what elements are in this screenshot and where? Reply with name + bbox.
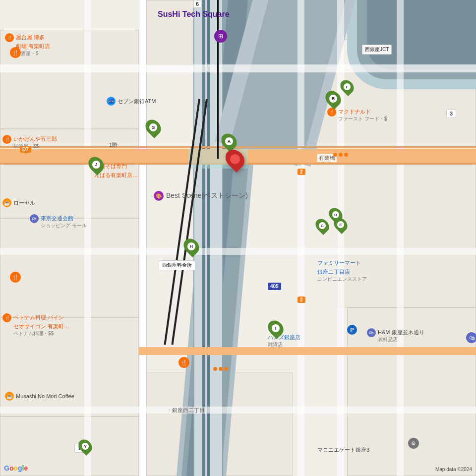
parking-icon: P: [347, 325, 357, 335]
mcdonalds-sub-label: ファースト フード・$: [338, 116, 387, 122]
fork-icon-left-middle: 🍴: [10, 272, 21, 283]
vietnam-sub-label: ベトナム料理・$$: [13, 330, 69, 337]
map-data-text: Map data ©2024: [435, 467, 472, 472]
ginza-nishi-2-label: 銀座西二丁目: [172, 407, 205, 414]
hm-group: 🛍 H&M 銀座並木通り 衣料品店: [367, 327, 424, 343]
best-scene-icon: 🎨: [154, 191, 164, 201]
ikagenya-label: いかげんや五三郎: [13, 136, 57, 142]
tokyo-kotsu-group: 🛍 東京交通会館 ショッピング モール: [30, 213, 87, 229]
traffic-dots-right: [333, 153, 348, 157]
road-405-badge: 405: [268, 283, 281, 290]
map-container[interactable]: SusHi Tech Square ⊞ 6 西銀座JCT 🏧 セブン銀行ATM …: [0, 0, 476, 476]
marker-j[interactable]: J: [89, 156, 103, 173]
road-3-badge: 3: [446, 109, 456, 118]
yataiya-icon: 🍴: [5, 33, 14, 42]
nishi-ginza-toll-label: 西銀座料金所: [159, 260, 195, 270]
nishi-ginza-jct-label: 西銀座JCT: [362, 45, 392, 55]
seven-bank-group: 🏧 セブン銀行ATM: [107, 97, 156, 106]
hm-label: H&M 銀座並木通り: [378, 329, 424, 335]
hm-sub-label: 衣料品店: [378, 336, 424, 343]
yataiya-label: 屋台屋 博多劇場 有楽町店: [16, 34, 50, 49]
royal-label: ローヤル: [13, 199, 35, 207]
google-logo: Google: [4, 464, 28, 472]
vietnam-group: 🍴 ベトナム料理 バインセオサイゴン 有楽町… ベトナム料理・$$: [2, 312, 69, 337]
hm-icon: 🛍: [367, 328, 376, 337]
gray-circle-icon: ⚙: [408, 438, 419, 449]
marker-e[interactable]: E: [335, 217, 347, 232]
marker-i[interactable]: I: [269, 320, 283, 337]
musashi-icon: ☕: [5, 392, 14, 401]
tokyo-kotsu-sub-label: ショッピング モール: [41, 222, 87, 229]
musashi-group: ☕ Musashi No Mori Coffee: [5, 392, 74, 401]
tokyo-kotsu-icon: 🛍: [30, 214, 39, 223]
hands-sub-label: 雑貨店: [268, 341, 300, 348]
familymart-sub-label: コンビニエンスストア: [317, 276, 367, 283]
main-red-marker[interactable]: [227, 149, 243, 170]
tokyo-kotsu-label: 東京交通会館: [41, 215, 73, 221]
marker-y[interactable]: Y: [79, 439, 91, 454]
familymart-label: ファミリーマート銀座二丁目店: [317, 260, 361, 275]
best-scene-group: 🎨 Best Scene(ベストシーン): [154, 191, 248, 201]
road-2-lower-badge: 2: [298, 297, 305, 303]
floor-1-label: 1階: [109, 141, 118, 149]
marronnier-label: マロニエゲート銀座3: [317, 446, 369, 454]
marker-g[interactable]: G: [146, 119, 160, 136]
vietnam-icon: 🍴: [2, 313, 11, 322]
road-6-label: 6: [193, 0, 201, 8]
musashi-label: Musashi No Mori Coffee: [16, 393, 74, 399]
marker-h[interactable]: H: [184, 238, 198, 255]
fork-icon-upper-left: 🍴: [10, 47, 21, 58]
royal-group: ☕ ローヤル: [2, 198, 35, 207]
ginza-nishi-2-group: ↑ 銀座西二丁目: [169, 407, 205, 414]
seven-bank-label: セブン銀行ATM: [118, 98, 156, 105]
sushi-tech-icon[interactable]: ⊞: [214, 30, 227, 43]
sushi-tech-label: SusHi Tech Square: [158, 10, 230, 19]
road-2-upper-badge: 2: [298, 169, 305, 175]
marker-a[interactable]: A: [222, 133, 236, 150]
fork-icon-bottom-center: 🍴: [178, 357, 189, 368]
royal-icon: ☕: [2, 198, 11, 207]
mcdonalds-label: マクドナルド: [338, 109, 371, 115]
ikagenya-icon: 🍴: [2, 135, 11, 144]
marker-b[interactable]: B: [326, 90, 340, 107]
mcdonalds-group: 🍴 マクドナルド ファースト フード・$: [327, 107, 387, 122]
marker-c[interactable]: C: [316, 218, 328, 233]
d7-badge: D7: [20, 146, 31, 153]
traffic-dots-bottom: [213, 367, 228, 371]
shop-icon-right: 🛍: [466, 332, 476, 343]
vietnam-label: ベトナム料理 バインセオサイゴン 有楽町…: [13, 314, 69, 329]
seven-bank-icon: 🏧: [107, 97, 116, 106]
familymart-group: ファミリーマート銀座二丁目店 コンビニエンスストア: [317, 258, 367, 283]
marker-f[interactable]: F: [341, 79, 353, 94]
yataiya-sub-label: 居酒屋・$: [16, 50, 50, 57]
best-scene-label: Best Scene(ベストシーン): [166, 191, 248, 200]
